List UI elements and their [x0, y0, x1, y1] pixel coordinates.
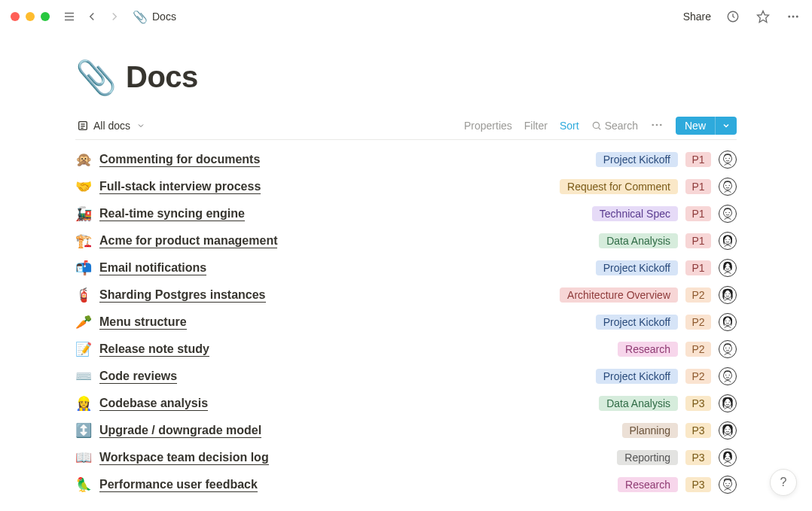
assignee-avatar[interactable]: [719, 421, 737, 440]
priority-pill[interactable]: P3: [685, 396, 711, 411]
assignee-avatar[interactable]: [719, 449, 737, 467]
share-button[interactable]: Share: [683, 11, 711, 23]
priority-pill[interactable]: P3: [685, 477, 711, 492]
priority-pill[interactable]: P2: [685, 369, 711, 384]
priority-pill[interactable]: P2: [685, 342, 711, 357]
search-button[interactable]: Search: [591, 120, 638, 132]
row-title[interactable]: Sharding Postgres instances: [99, 288, 266, 303]
new-button[interactable]: New: [676, 117, 737, 135]
window-minimize-icon[interactable]: [26, 12, 35, 21]
priority-pill[interactable]: P1: [685, 152, 711, 167]
table-row[interactable]: ⌨️Code reviewsProject KickoffP2: [75, 363, 737, 390]
nav-back-icon[interactable]: [84, 9, 99, 24]
assignee-avatar[interactable]: [719, 205, 737, 223]
row-title[interactable]: Upgrade / downgrade model: [99, 424, 261, 438]
row-title[interactable]: Release note study: [99, 342, 209, 357]
assignee-avatar[interactable]: [719, 313, 737, 331]
assignee-avatar[interactable]: [719, 286, 737, 304]
more-options-icon[interactable]: [785, 8, 801, 25]
category-tag[interactable]: Planning: [622, 423, 679, 438]
table-row[interactable]: 👷‍♀️Codebase analysisData AnalysisP3: [75, 390, 737, 417]
row-title[interactable]: Codebase analysis: [99, 397, 208, 411]
assignee-avatar[interactable]: [719, 151, 737, 169]
search-icon: [591, 120, 602, 131]
properties-button[interactable]: Properties: [464, 120, 512, 132]
row-title[interactable]: Code reviews: [99, 370, 177, 384]
category-tag[interactable]: Project Kickoff: [596, 369, 678, 384]
category-tag[interactable]: Project Kickoff: [596, 152, 678, 167]
priority-pill[interactable]: P3: [685, 450, 711, 465]
category-tag[interactable]: Reporting: [617, 450, 678, 465]
table-row[interactable]: 📝Release note studyResearchP2: [75, 336, 737, 363]
row-icon: 📝: [75, 341, 92, 357]
sort-button[interactable]: Sort: [560, 120, 579, 132]
new-button-dropdown[interactable]: [715, 117, 737, 135]
filter-button[interactable]: Filter: [524, 120, 548, 132]
row-icon: 📬: [75, 260, 92, 276]
priority-pill[interactable]: P1: [685, 179, 711, 194]
priority-pill[interactable]: P1: [685, 206, 711, 221]
assignee-avatar[interactable]: [719, 340, 737, 358]
view-more-icon[interactable]: [650, 118, 664, 134]
row-title[interactable]: Commenting for documents: [99, 153, 260, 167]
page-header: 📎 Docs: [75, 60, 737, 94]
table-row[interactable]: 🚂Real-time syncing engineTechnical SpecP…: [75, 200, 737, 227]
breadcrumb-icon: 📎: [133, 10, 148, 24]
table-row[interactable]: 🦜Performance user feedbackResearchP3: [75, 471, 737, 498]
table-row[interactable]: 🤝Full-stack interview processRequest for…: [75, 173, 737, 200]
priority-pill[interactable]: P3: [685, 423, 711, 438]
row-title[interactable]: Real-time syncing engine: [99, 207, 245, 221]
category-tag[interactable]: Project Kickoff: [596, 260, 678, 275]
priority-pill[interactable]: P2: [685, 287, 711, 303]
row-icon: 🚂: [75, 205, 92, 222]
topbar-actions: Share: [683, 8, 801, 25]
category-tag[interactable]: Data Analysis: [599, 233, 678, 248]
table-row[interactable]: 📖Workspace team decision logReportingP3: [75, 444, 737, 471]
svg-line-13: [598, 128, 600, 130]
category-tag[interactable]: Research: [618, 342, 678, 357]
category-tag[interactable]: Data Analysis: [599, 396, 678, 411]
page-icon[interactable]: 📎: [75, 61, 117, 94]
category-tag[interactable]: Project Kickoff: [596, 315, 678, 330]
view-tab-all-docs[interactable]: All docs: [75, 117, 147, 135]
assignee-avatar[interactable]: [719, 259, 737, 277]
table-row[interactable]: ↕️Upgrade / downgrade modelPlanningP3: [75, 417, 737, 444]
row-icon: 👷‍♀️: [75, 395, 92, 412]
page-title[interactable]: Docs: [126, 60, 198, 94]
window-close-icon[interactable]: [11, 12, 20, 21]
svg-marker-4: [758, 11, 769, 23]
new-button-label: New: [676, 117, 715, 135]
category-tag[interactable]: Architecture Overview: [560, 287, 678, 303]
table-row[interactable]: 🥕Menu structureProject KickoffP2: [75, 309, 737, 336]
table-row[interactable]: 🏗️Acme for product managementData Analys…: [75, 227, 737, 254]
row-icon: 🥕: [75, 314, 92, 330]
category-tag[interactable]: Request for Comment: [560, 179, 678, 194]
favorite-star-icon[interactable]: [755, 8, 771, 25]
table-row[interactable]: 🧯Sharding Postgres instancesArchitecture…: [75, 281, 737, 309]
row-title[interactable]: Menu structure: [99, 315, 187, 330]
row-title[interactable]: Acme for product management: [99, 234, 277, 248]
topbar: 📎 Docs Share: [0, 0, 812, 33]
priority-pill[interactable]: P1: [685, 260, 711, 275]
assignee-avatar[interactable]: [719, 476, 737, 494]
assignee-avatar[interactable]: [719, 367, 737, 385]
row-title[interactable]: Performance user feedback: [99, 478, 258, 492]
assignee-avatar[interactable]: [719, 394, 737, 412]
updates-clock-icon[interactable]: [725, 8, 741, 25]
help-button[interactable]: ?: [770, 469, 797, 496]
row-title[interactable]: Email notifications: [99, 261, 206, 275]
priority-pill[interactable]: P1: [685, 233, 711, 248]
priority-pill[interactable]: P2: [685, 315, 711, 330]
category-tag[interactable]: Technical Spec: [592, 206, 678, 221]
table-row[interactable]: 🙊Commenting for documentsProject Kickoff…: [75, 146, 737, 173]
category-tag[interactable]: Research: [618, 477, 678, 492]
table-row[interactable]: 📬Email notificationsProject KickoffP1: [75, 254, 737, 281]
assignee-avatar[interactable]: [719, 178, 737, 196]
row-title[interactable]: Full-stack interview process: [99, 180, 261, 194]
hamburger-menu-icon[interactable]: [62, 9, 77, 24]
breadcrumb[interactable]: 📎 Docs: [133, 10, 176, 24]
window-zoom-icon[interactable]: [41, 12, 50, 21]
assignee-avatar[interactable]: [719, 232, 737, 250]
row-title[interactable]: Workspace team decision log: [99, 451, 269, 465]
row-icon: 🏗️: [75, 233, 92, 249]
